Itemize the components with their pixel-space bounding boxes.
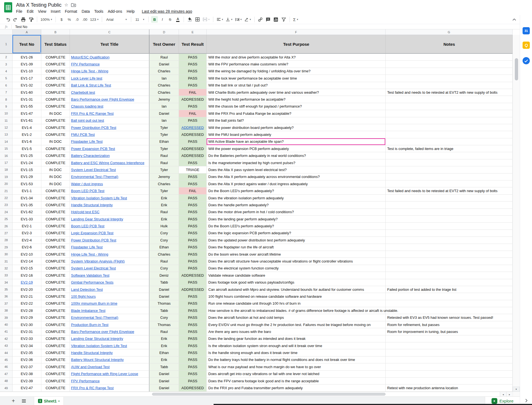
row-number[interactable]: 30 <box>0 251 12 258</box>
row-number[interactable]: 18 <box>0 166 12 173</box>
cell-test-title-link[interactable]: Software Validation Test <box>71 273 109 277</box>
cell-test-title-link[interactable]: Baro Performance over Flight Envelope <box>71 97 134 101</box>
cell-test-status[interactable]: COMPLETE <box>41 371 70 378</box>
format-currency-button[interactable]: $ <box>58 16 65 23</box>
cell-test-no[interactable]: EV2-39 <box>12 378 41 384</box>
cell-test-status[interactable]: COMPLETE <box>41 61 70 68</box>
cell-test-status[interactable]: COMPLETE <box>41 307 70 314</box>
cell-test-status[interactable]: COMPLETE <box>41 286 70 293</box>
increase-decimal-button[interactable]: .00 <box>82 16 88 23</box>
cell-test-title[interactable]: Production Burn-in Test <box>70 321 150 328</box>
functions-button[interactable]: Σ <box>292 16 299 23</box>
fill-color-button[interactable] <box>186 16 193 23</box>
cell-test-no[interactable]: EV2-34 <box>12 342 41 349</box>
cell-test-result[interactable]: PASS <box>179 314 207 321</box>
move-folder-icon[interactable] <box>71 3 76 7</box>
cell-notes[interactable] <box>386 307 513 314</box>
cell-test-purpose[interactable]: Is the magnetometer impacted by high cur… <box>207 159 386 166</box>
cell-test-no[interactable]: EV1-2 <box>12 131 41 138</box>
cell-test-owner[interactable]: Charles <box>150 82 179 89</box>
row-number[interactable]: 11 <box>0 117 12 124</box>
cell-test-purpose[interactable]: Will the height hold performance be acce… <box>207 96 386 103</box>
cell-test-result[interactable]: PASS <box>179 371 207 378</box>
row-number[interactable]: 41 <box>0 328 12 335</box>
keep-icon[interactable] <box>523 42 530 49</box>
cell-test-status[interactable]: COMPLETE <box>41 342 70 349</box>
cell-test-purpose[interactable]: Validate release candidate software <box>207 272 386 279</box>
cell-test-title-link[interactable]: Lock Lever Life test <box>71 76 102 80</box>
cell-test-title[interactable]: FRX Pro & RC Range Test <box>70 110 150 117</box>
select-all-corner[interactable] <box>0 29 12 35</box>
cell-test-status[interactable]: COMPLETE <box>41 251 70 258</box>
cell-test-status[interactable]: COMPLETE <box>41 258 70 265</box>
cell-test-purpose[interactable]: Will the FMU board perform adequately <box>207 131 386 138</box>
column-header-g[interactable]: G <box>386 29 513 35</box>
cell-test-owner[interactable]: Ian <box>150 75 179 82</box>
cell-test-title-link[interactable]: Power Expansion PCB Test <box>71 147 115 151</box>
cell-test-title-link[interactable]: Environmental Test (Thermal) <box>71 315 118 320</box>
add-sheet-button[interactable]: + <box>9 397 17 405</box>
cell-test-no[interactable]: EV1-53 <box>12 180 41 187</box>
cell-test-title-link[interactable]: Flopdapter Life Test <box>71 245 103 249</box>
cell-test-title[interactable]: Water / dust ingress <box>70 180 150 187</box>
cell-notes[interactable] <box>386 180 513 187</box>
cell-test-purpose[interactable]: Does footage look good with various payl… <box>207 279 386 286</box>
cell-test-title-link[interactable]: Environmental Test (Thermal) <box>71 175 118 179</box>
cell-test-title[interactable]: Gimbal Performance Tests <box>70 279 150 286</box>
cell-test-owner[interactable]: Cory <box>150 230 179 237</box>
menu-tools[interactable]: Tools <box>92 9 106 14</box>
cell-notes[interactable] <box>386 138 513 145</box>
insert-chart-button[interactable] <box>273 16 279 23</box>
column-header-f[interactable]: F <box>207 29 386 35</box>
cell-notes[interactable]: Room for improvement in tuning, but pass… <box>386 328 513 335</box>
cell-test-title[interactable]: FPV Performance <box>70 378 150 384</box>
cell-test-status[interactable]: IN DOC <box>41 180 70 187</box>
cell-test-owner[interactable]: Tyler <box>150 131 179 138</box>
cell-test-no[interactable]: EV2-36 <box>12 356 41 363</box>
cell-test-result[interactable]: PASS <box>179 209 207 216</box>
tab-sheet1[interactable]: 1 Sheet1 ▾ <box>34 397 64 405</box>
cell-test-status[interactable]: IN DOC <box>41 110 70 117</box>
cell-test-title-link[interactable]: AUW and Overload Test <box>71 365 110 369</box>
cell-test-no[interactable]: EV1-24 <box>12 159 41 166</box>
cell-notes[interactable] <box>386 279 513 286</box>
horizontal-scrollbar[interactable]: ◂ ▸ <box>0 392 513 396</box>
cell-notes[interactable] <box>386 103 513 110</box>
cell-test-status[interactable]: COMPLETE <box>41 152 70 159</box>
cell-test-result[interactable]: PASS <box>179 342 207 349</box>
more-formats-button[interactable]: 123 <box>89 16 99 23</box>
cell-test-title[interactable]: System Vibration Analysis (Flight) <box>70 258 150 265</box>
row-number[interactable]: 38 <box>0 307 12 314</box>
cell-test-result[interactable]: ADDRESSED <box>179 131 207 138</box>
cell-test-no[interactable]: EV1-35 <box>12 202 41 208</box>
cell-test-status[interactable]: COMPLETE <box>41 96 70 103</box>
cell-test-owner[interactable]: Daniel <box>150 378 179 384</box>
cell-test-title[interactable]: AUW and Overload Test <box>70 363 150 370</box>
cell-test-purpose[interactable]: Do the Batteries perform adequately in r… <box>207 152 386 159</box>
cell-test-title[interactable]: Power Distribution PCB Test <box>70 237 150 244</box>
cell-test-purpose[interactable]: Do the Boom LED's perform adequately? <box>207 187 386 194</box>
cell-notes[interactable] <box>386 159 513 166</box>
cell-test-owner[interactable]: Jeremy <box>150 96 179 103</box>
cell-test-owner[interactable]: Daniel <box>150 293 179 300</box>
row-number[interactable]: 39 <box>0 314 12 321</box>
cell-test-owner[interactable]: Ian <box>150 117 179 124</box>
cell-test-status[interactable]: COMPLETE <box>41 335 70 342</box>
cell-test-result[interactable]: PASS <box>179 117 207 124</box>
row-number[interactable]: 6 <box>0 82 12 89</box>
cell-test-title-link[interactable]: Battery Mount Structural Integrity <box>71 358 124 362</box>
cell-test-title-link[interactable]: 100 flight hours <box>71 294 96 299</box>
row-number[interactable]: 21 <box>0 187 12 194</box>
header-cell-test-result[interactable]: Test Result <box>179 35 207 53</box>
cell-test-result[interactable]: PASS <box>179 328 207 335</box>
row-number[interactable]: 45 <box>0 356 12 363</box>
insert-link-button[interactable] <box>257 16 264 23</box>
cell-test-title[interactable]: Ball joint pull out test <box>70 117 150 124</box>
cell-test-result[interactable]: FAIL <box>179 187 207 194</box>
header-cell-test-title[interactable]: Test Title <box>70 35 150 53</box>
cell-notes[interactable] <box>386 110 513 117</box>
cell-test-title-link[interactable]: FRX Pro & RC Range Test <box>71 111 114 116</box>
format-percent-button[interactable]: % <box>66 16 73 23</box>
cell-test-no[interactable]: EV1-25 <box>12 152 41 159</box>
row-number[interactable]: 46 <box>0 363 12 370</box>
